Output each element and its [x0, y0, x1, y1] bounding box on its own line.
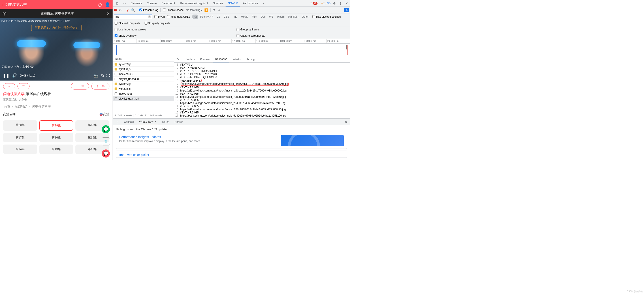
request-row[interactable]: wjm3u8.js	[113, 86, 174, 91]
chat-icon[interactable]: 💬	[102, 150, 110, 158]
video-player[interactable]: P2P已开启 共享0.00MB 加速0.00MB 此片有 0 位影迷正在观看 重…	[0, 18, 112, 80]
close-icon[interactable]: ✕	[106, 11, 110, 16]
timeline-overview[interactable]: 200000 ms400000 ms600000 ms800000 ms1000…	[113, 39, 350, 56]
filter-input[interactable]: m3 ✕	[114, 14, 152, 19]
kebab-icon[interactable]: ⋮	[338, 2, 344, 5]
filter-type-chip[interactable]: Media	[239, 14, 250, 19]
filter-type-chip[interactable]: Fetch/XHR	[199, 14, 215, 19]
error-badge[interactable]: ⊘ 70	[308, 0, 320, 6]
history-icon[interactable]: ◷	[98, 2, 102, 8]
blocked-cookies-checkbox[interactable]: Has blocked cookies	[312, 15, 341, 18]
request-row[interactable]: system3.js	[113, 82, 174, 86]
show-overview-checkbox[interactable]: Show overview	[114, 34, 232, 37]
devtools-tab[interactable]: Console	[144, 0, 159, 6]
filter-type-chip[interactable]: Wasm	[276, 14, 286, 19]
device-icon[interactable]: ▭	[121, 0, 128, 6]
screenshot-icon[interactable]: 📷	[94, 74, 98, 78]
episode-button[interactable]: 第19集	[40, 120, 74, 131]
pip-icon[interactable]: ⧉	[101, 74, 104, 78]
close-panel-icon[interactable]: ✕	[175, 58, 182, 61]
filter-type-chip[interactable]: WS	[268, 14, 275, 19]
upload-icon[interactable]: ⬆	[213, 8, 216, 12]
drawer-tab[interactable]: What's New✕	[137, 119, 158, 125]
pause-icon[interactable]: ❚❚	[3, 73, 10, 78]
filter-type-chip[interactable]: Font	[250, 14, 259, 19]
download-icon[interactable]: ⬇	[218, 8, 220, 12]
capture-screenshots-checkbox[interactable]: Capture screenshots	[236, 34, 265, 37]
network-settings-icon[interactable]: ⚙	[344, 8, 349, 12]
quality-badge[interactable]: 高清	[100, 112, 110, 116]
devtools-tab[interactable]: Recorder⚗	[159, 0, 178, 6]
search-icon[interactable]: 🔍	[131, 8, 135, 12]
breadcrumb[interactable]: 首页 › 魔幻科幻 › 闪电侠第八季	[0, 102, 112, 110]
close-devtools-icon[interactable]: ✕	[344, 2, 349, 5]
request-row[interactable]: system3.js	[113, 62, 174, 67]
group-frame-checkbox[interactable]: Group by frame	[236, 28, 259, 31]
inspect-icon[interactable]: ◰	[114, 0, 120, 6]
fullscreen-icon[interactable]: ⛶	[106, 74, 110, 78]
drawer-close-icon[interactable]: ✕	[342, 119, 349, 125]
devtools-tab[interactable]: Performance insights⚗	[178, 0, 210, 6]
episode-button[interactable]: 第13集	[40, 144, 74, 154]
card-text: Better zoom control, improved display in…	[119, 140, 279, 143]
filter-type-chip[interactable]: Doc	[259, 14, 267, 19]
whats-new-card[interactable]: Improved color picker	[116, 150, 347, 158]
filter-type-chip[interactable]: Img	[231, 14, 239, 19]
drawer-tab[interactable]: Issues	[159, 119, 172, 125]
filter-icon[interactable]: ⚲	[126, 8, 129, 12]
third-party-checkbox[interactable]: 3rd-party requests	[144, 22, 170, 25]
preserve-log-checkbox[interactable]: Preserve log	[140, 8, 158, 12]
more-tabs-icon[interactable]: »	[261, 0, 267, 6]
clear-icon[interactable]: ⊘	[119, 8, 122, 12]
response-tab[interactable]: Timing	[244, 56, 257, 62]
request-row[interactable]: index.m3u8	[113, 91, 174, 96]
record-icon[interactable]	[114, 9, 117, 12]
episode-button[interactable]: 第16集	[40, 133, 74, 142]
response-tab[interactable]: Initiator	[230, 56, 244, 62]
back-icon[interactable]: ‹	[2, 2, 4, 7]
episode-button[interactable]: 第17集	[3, 133, 37, 142]
devtools-tab[interactable]: Sources	[211, 0, 225, 6]
warning-badge[interactable]: ⚠ 2	[320, 2, 325, 5]
hide-data-urls-checkbox[interactable]: Hide data URLs	[167, 15, 190, 18]
devtools-tab[interactable]: Performance	[240, 0, 260, 6]
drawer-kebab-icon[interactable]: ⋮	[114, 119, 121, 125]
next-episode-button[interactable]: 下一集	[91, 83, 110, 90]
request-row[interactable]: playlist_up.m3u8	[113, 96, 174, 101]
volume-icon[interactable]: 🔊	[12, 73, 17, 78]
request-row[interactable]: index.m3u8	[113, 72, 174, 76]
disable-cache-checkbox[interactable]: Disable cache	[163, 8, 184, 12]
episode-button[interactable]: 第20集	[3, 120, 37, 131]
request-row[interactable]: playlist_up.m3u8	[113, 76, 174, 82]
clear-filter-icon[interactable]: ✕	[148, 15, 151, 18]
whats-new-card[interactable]: Performance Insights updates Better zoom…	[116, 133, 347, 149]
drawer-tab[interactable]: Search	[172, 119, 185, 125]
response-tab[interactable]: Headers	[182, 56, 197, 62]
response-tab[interactable]: Preview	[198, 56, 212, 62]
prev-episode-button[interactable]: 上一集	[71, 83, 89, 90]
drawer-tab[interactable]: Console	[122, 119, 136, 125]
filter-type-chip[interactable]: Other	[300, 14, 310, 19]
info-badge[interactable]: 🗨 3	[326, 2, 331, 5]
wifi-icon[interactable]: 📶	[204, 8, 208, 12]
devtools-tab[interactable]: Network	[226, 0, 240, 6]
large-rows-checkbox[interactable]: Use large request rows	[114, 28, 232, 31]
filter-type-chip[interactable]: CSS	[222, 14, 231, 19]
filter-type-chip[interactable]: All	[192, 14, 198, 19]
episode-button[interactable]: 第14集	[3, 144, 37, 154]
devtools-tab[interactable]: Elements	[128, 0, 144, 6]
throttling-select[interactable]: No throttling ▾	[186, 8, 202, 12]
user-icon[interactable]: 👤	[105, 2, 110, 8]
settings-icon[interactable]: ⚙	[332, 2, 337, 5]
response-tab[interactable]: Response	[213, 56, 229, 62]
filter-type-chip[interactable]: Manifest	[286, 14, 300, 19]
favorite-button[interactable]: ☆	[3, 83, 15, 89]
invert-checkbox[interactable]: Invert	[154, 15, 165, 18]
filter-type-chip[interactable]: JS	[216, 14, 222, 19]
shirt-icon[interactable]: 👕	[102, 138, 110, 146]
wechat-icon[interactable]: 💬	[102, 125, 110, 133]
like-button[interactable]: ♡	[18, 83, 30, 89]
request-row[interactable]: wjm3u8.js	[113, 67, 174, 72]
name-column-header[interactable]: Name	[113, 56, 174, 62]
blocked-requests-checkbox[interactable]: Blocked Requests	[114, 22, 140, 25]
